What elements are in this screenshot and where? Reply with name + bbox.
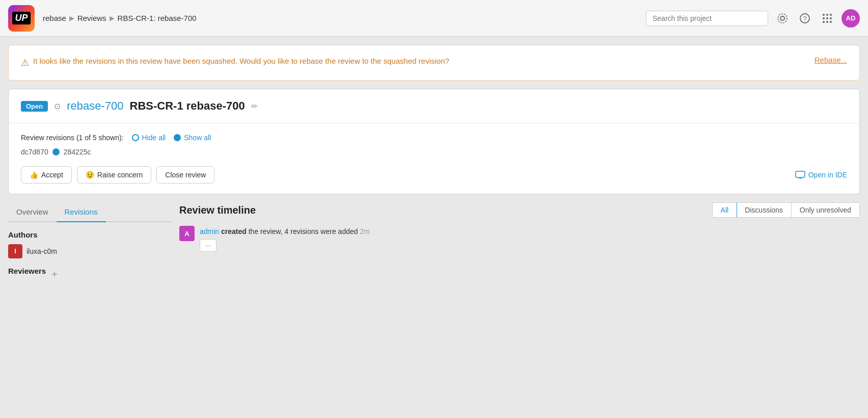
raise-concern-label: Raise concern: [97, 171, 143, 179]
author-name[interactable]: iluxa-c0m: [26, 247, 57, 255]
reviewers-heading: Reviewers: [8, 267, 46, 275]
timeline-entry-body: admin created the review, 4 revisions we…: [200, 226, 370, 252]
reviewer-section: Reviewers ＋: [8, 267, 171, 280]
timeline-entry: A admin created the review, 4 revisions …: [179, 226, 860, 252]
left-panel: Overview Revisions Authors I iluxa-c0m R…: [8, 202, 171, 284]
timeline-action: created: [221, 227, 249, 236]
add-reviewer-icon[interactable]: ＋: [50, 268, 59, 280]
author-avatar: I: [8, 244, 22, 258]
tabs-row: Overview Revisions: [8, 202, 171, 222]
accept-button[interactable]: 👍 Accept: [21, 166, 72, 184]
accept-icon: 👍: [30, 171, 38, 179]
hide-all-label: Hide all: [142, 134, 166, 142]
review-title: RBS-CR-1 rebase-700: [130, 99, 245, 113]
timeline-avatar-text: A: [184, 230, 189, 238]
warning-message: It looks like the revisions in this revi…: [33, 56, 449, 67]
timeline-actor[interactable]: admin: [200, 227, 219, 236]
status-badge: Open: [21, 101, 48, 112]
header-right: ? AD: [646, 9, 860, 28]
logo-text: UP: [12, 12, 30, 24]
breadcrumb-part1[interactable]: rebase: [43, 14, 66, 22]
app-header: UP rebase ▶ Reviews ▶ RBS-CR-1: rebase-7…: [0, 0, 868, 37]
avatar-text: AD: [846, 14, 856, 22]
filter-all-tab[interactable]: All: [712, 202, 738, 218]
rebase-link[interactable]: Rebase...: [815, 56, 847, 64]
review-card: Open ⊙ rebase-700 RBS-CR-1 rebase-700 ✏ …: [8, 89, 860, 194]
bottom-section: Overview Revisions Authors I iluxa-c0m R…: [8, 202, 860, 284]
main-content: ⚠ It looks like the revisions in this re…: [0, 37, 868, 293]
commit-row: dc7d870 284225c: [21, 148, 847, 156]
circle-filled-icon: [174, 134, 181, 141]
commit-to: 284225c: [64, 148, 91, 156]
app-logo: UP: [8, 5, 35, 32]
review-card-header: Open ⊙ rebase-700 RBS-CR-1 rebase-700 ✏: [9, 89, 859, 123]
filter-discussions-tab[interactable]: Discussions: [737, 203, 792, 217]
timeline-header: Review timeline All Discussions Only unr…: [179, 202, 860, 218]
timeline-title: Review timeline: [179, 204, 256, 216]
breadcrumb-sep1: ▶: [69, 14, 74, 22]
open-in-ide-label: Open in IDE: [808, 171, 847, 179]
timeline-time: 2m: [360, 227, 369, 236]
warning-text: ⚠ It looks like the revisions in this re…: [21, 56, 449, 70]
close-review-button[interactable]: Close review: [156, 166, 214, 184]
timeline-avatar: A: [179, 226, 195, 241]
tab-revisions[interactable]: Revisions: [57, 202, 106, 222]
commit-dot-icon: [52, 148, 60, 155]
breadcrumb: rebase ▶ Reviews ▶ RBS-CR-1: rebase-700: [43, 14, 638, 22]
warning-icon: ⚠: [21, 56, 29, 70]
search-input[interactable]: [646, 11, 768, 26]
breadcrumb-part3: RBS-CR-1: rebase-700: [118, 14, 197, 22]
timeline-text: admin created the review, 4 revisions we…: [200, 226, 370, 237]
authors-heading: Authors: [8, 230, 171, 239]
review-card-body: Review revisions (1 of 5 shown): Hide al…: [9, 123, 859, 194]
svg-text:?: ?: [803, 15, 806, 22]
raise-concern-icon: 😟: [86, 171, 94, 179]
accept-label: Accept: [41, 171, 63, 179]
revisions-label: Review revisions (1 of 5 shown):: [21, 134, 124, 142]
settings-icon[interactable]: [774, 10, 791, 27]
close-review-label: Close review: [165, 171, 206, 179]
tab-overview[interactable]: Overview: [8, 202, 57, 222]
breadcrumb-sep2: ▶: [110, 14, 115, 22]
commit-from: dc7d870: [21, 148, 48, 156]
filter-unresolved-tab[interactable]: Only unresolved: [792, 203, 859, 217]
branch-name[interactable]: rebase-700: [67, 99, 123, 113]
raise-concern-button[interactable]: 😟 Raise concern: [77, 166, 152, 184]
svg-rect-4: [796, 171, 805, 177]
warning-banner: ⚠ It looks like the revisions in this re…: [8, 45, 860, 81]
action-left: 👍 Accept 😟 Raise concern Close review: [21, 166, 214, 184]
edit-icon[interactable]: ✏: [251, 101, 258, 111]
revisions-row: Review revisions (1 of 5 shown): Hide al…: [21, 134, 847, 142]
avatar[interactable]: AD: [842, 9, 860, 28]
open-in-ide-button[interactable]: Open in IDE: [795, 171, 847, 179]
help-icon[interactable]: ?: [797, 10, 813, 27]
author-initial: I: [14, 248, 16, 255]
branch-icon: ⊙: [54, 101, 61, 111]
filter-tabs: All Discussions Only unresolved: [712, 202, 860, 218]
right-panel: Review timeline All Discussions Only unr…: [179, 202, 860, 258]
svg-point-0: [780, 16, 784, 20]
timeline-description: the review, 4 revisions were added: [249, 227, 358, 236]
show-all-label: Show all: [184, 134, 211, 142]
breadcrumb-part2[interactable]: Reviews: [77, 14, 106, 22]
circle-outline-icon: [132, 134, 139, 141]
show-all-button[interactable]: Show all: [174, 134, 211, 142]
apps-icon[interactable]: [819, 10, 835, 27]
expand-button[interactable]: ···: [200, 239, 216, 252]
svg-point-1: [778, 14, 787, 23]
reviewer-header: Reviewers ＋: [8, 267, 171, 280]
hide-all-button[interactable]: Hide all: [132, 134, 166, 142]
author-item: I iluxa-c0m: [8, 244, 171, 258]
action-buttons: 👍 Accept 😟 Raise concern Close review: [21, 166, 847, 184]
